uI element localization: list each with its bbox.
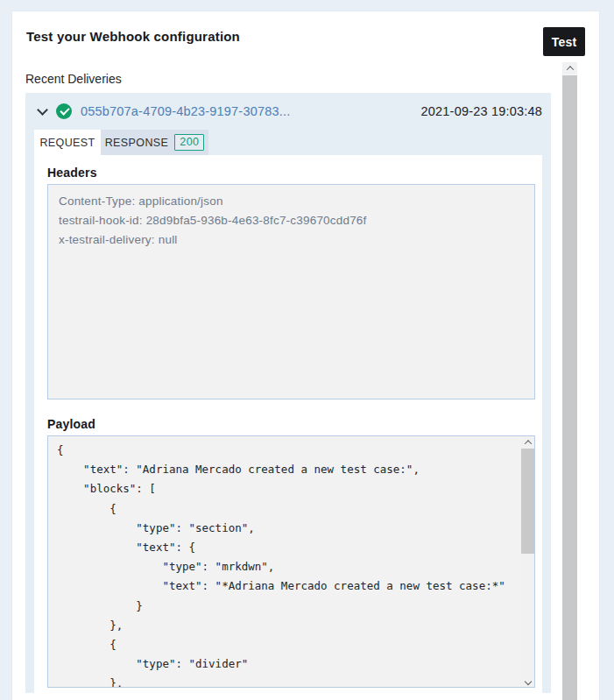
- chevron-up-icon: [524, 440, 531, 447]
- tab-response[interactable]: RESPONSE 200: [101, 130, 208, 155]
- response-status-badge: 200: [174, 134, 204, 151]
- page-scrollbar[interactable]: [562, 62, 577, 700]
- headers-section-label: Headers: [47, 166, 535, 180]
- payload-scrollbar[interactable]: [521, 436, 534, 687]
- request-payload-box: { "text": "Adriana Mercado created a new…: [47, 435, 535, 688]
- delivery-timestamp: 2021-09-23 19:03:48: [421, 104, 542, 118]
- delivery-id-link[interactable]: 055b707a-4709-4b23-9197-30783...: [81, 104, 290, 118]
- page-scroll-thumb[interactable]: [562, 75, 577, 700]
- payload-scroll-down-button[interactable]: [521, 675, 534, 687]
- payload-scroll-track[interactable]: [521, 448, 534, 675]
- request-tab-panel: Headers Content-Type: application/json t…: [34, 155, 542, 693]
- delivery-tabs: REQUEST RESPONSE 200: [34, 130, 551, 155]
- delivery-header-row: 055b707a-4709-4b23-9197-30783... 2021-09…: [25, 93, 551, 130]
- page-title: Test your Webhook configuration: [26, 29, 240, 44]
- header-line: x-testrail-delivery: null: [59, 230, 524, 250]
- chevron-up-icon: [566, 66, 573, 73]
- payload-json: { "text": "Adriana Mercado created a new…: [48, 436, 534, 688]
- header-line: testrail-hook-id: 28d9bfa5-936b-4e63-8fc…: [59, 211, 524, 230]
- request-headers-box: Content-Type: application/json testrail-…: [47, 184, 535, 399]
- payload-section-label: Payload: [47, 417, 535, 431]
- recent-deliveries-label: Recent Deliveries: [25, 72, 122, 86]
- header-line: Content-Type: application/json: [59, 192, 524, 211]
- test-button[interactable]: Test: [543, 27, 585, 56]
- tab-request[interactable]: REQUEST: [34, 130, 101, 155]
- success-check-icon: [56, 103, 72, 119]
- chevron-down-icon: [524, 677, 531, 684]
- webhook-test-card: Test your Webhook configuration Test Rec…: [11, 11, 600, 700]
- chevron-down-icon: [37, 104, 48, 116]
- payload-scroll-thumb[interactable]: [521, 449, 534, 554]
- tab-response-label: RESPONSE: [105, 137, 169, 149]
- page-scroll-up-button[interactable]: [562, 62, 577, 74]
- payload-scroll-up-button[interactable]: [521, 436, 534, 448]
- delivery-item: 055b707a-4709-4b23-9197-30783... 2021-09…: [25, 93, 551, 693]
- collapse-delivery-button[interactable]: [35, 104, 49, 118]
